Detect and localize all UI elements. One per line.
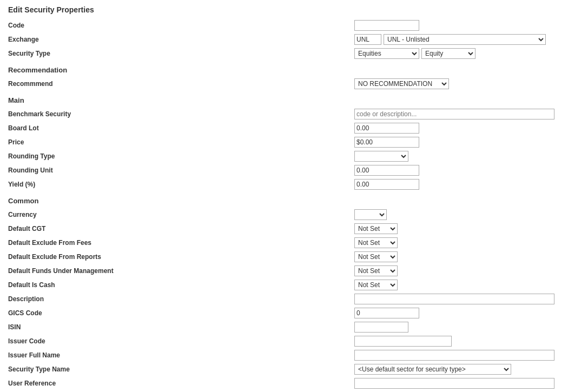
main-section-header: Main: [8, 95, 560, 105]
issuer-code-row: Issuer Code: [8, 335, 560, 347]
security-type-name-select[interactable]: <Use default sector for security type>: [354, 364, 511, 375]
recommendation-section-header: Recommendation: [8, 65, 560, 75]
default-is-cash-select[interactable]: Not Set: [354, 280, 398, 290]
boardlot-control: 0.00: [354, 123, 560, 134]
recommend-control: NO RECOMMENDATION: [354, 78, 560, 89]
issuer-full-name-row: Issuer Full Name: [8, 349, 560, 361]
isin-control: [354, 322, 560, 333]
default-funds-select[interactable]: Not Set: [354, 265, 398, 276]
issuer-code-input[interactable]: [354, 336, 452, 347]
rounding-unit-input[interactable]: 0.00: [354, 165, 419, 176]
rounding-type-label: Rounding Type: [8, 152, 354, 160]
code-row: Code: [8, 19, 560, 31]
exchange-label: Exchange: [8, 36, 354, 43]
default-exclude-fees-row: Default Exclude From Fees Not Set: [8, 237, 560, 249]
recommend-label: Recommmend: [8, 80, 354, 88]
exchange-control: UNL UNL - Unlisted: [354, 34, 560, 45]
default-exclude-reports-select[interactable]: Not Set: [354, 251, 398, 262]
code-label: Code: [8, 22, 354, 29]
boardlot-row: Board Lot 0.00: [8, 122, 560, 134]
default-is-cash-control: Not Set: [354, 280, 560, 290]
security-type-name-row: Security Type Name <Use default sector f…: [8, 363, 560, 375]
rounding-unit-label: Rounding Unit: [8, 167, 354, 174]
user-reference-control: [354, 378, 560, 389]
page-title: Edit Security Properties: [8, 5, 560, 14]
security-type-cat-select[interactable]: Equities: [354, 48, 419, 59]
exchange-select[interactable]: UNL - Unlisted: [384, 34, 546, 45]
default-exclude-fees-select[interactable]: Not Set: [354, 237, 398, 248]
price-input[interactable]: $0.00: [354, 137, 419, 148]
user-reference-row: User Reference: [8, 377, 560, 389]
benchmark-input[interactable]: [354, 109, 554, 119]
isin-input[interactable]: [354, 322, 408, 333]
default-cgt-control: Not Set: [354, 223, 560, 234]
default-exclude-fees-label: Default Exclude From Fees: [8, 239, 354, 247]
security-type-name-label: Security Type Name: [8, 366, 354, 373]
rounding-unit-control: 0.00: [354, 165, 560, 176]
default-cgt-select[interactable]: Not Set: [354, 223, 398, 234]
issuer-code-label: Issuer Code: [8, 337, 354, 345]
yield-input[interactable]: 0.00: [354, 179, 419, 190]
rounding-type-row: Rounding Type: [8, 150, 560, 162]
security-type-label: Security Type: [8, 50, 354, 57]
boardlot-label: Board Lot: [8, 124, 354, 132]
price-row: Price $0.00: [8, 136, 560, 148]
description-control: [354, 294, 560, 304]
issuer-code-control: [354, 336, 560, 347]
security-type-sub-select[interactable]: Equity: [421, 48, 475, 59]
issuer-full-name-control: [354, 350, 560, 361]
isin-row: ISIN: [8, 321, 560, 333]
rounding-type-select[interactable]: [354, 151, 408, 162]
exchange-row: Exchange UNL UNL - Unlisted: [8, 34, 560, 45]
price-label: Price: [8, 138, 354, 146]
code-control: [354, 20, 560, 31]
issuer-full-name-label: Issuer Full Name: [8, 351, 354, 359]
common-section-header: Common: [8, 196, 560, 206]
price-control: $0.00: [354, 137, 560, 148]
code-input[interactable]: [354, 20, 419, 31]
currency-control: [354, 209, 560, 220]
gics-label: GICS Code: [8, 309, 354, 317]
user-reference-label: User Reference: [8, 380, 354, 387]
benchmark-label: Benchmark Security: [8, 110, 354, 118]
gics-row: GICS Code 0: [8, 307, 560, 319]
issuer-full-name-input[interactable]: [354, 350, 554, 361]
default-funds-row: Default Funds Under Management Not Set: [8, 265, 560, 277]
boardlot-input[interactable]: 0.00: [354, 123, 419, 134]
default-cgt-row: Default CGT Not Set: [8, 223, 560, 235]
currency-row: Currency: [8, 209, 560, 221]
yield-row: Yield (%) 0.00: [8, 178, 560, 190]
gics-control: 0: [354, 308, 560, 318]
description-row: Description: [8, 293, 560, 305]
default-exclude-reports-control: Not Set: [354, 251, 560, 262]
default-exclude-reports-row: Default Exclude From Reports Not Set: [8, 251, 560, 263]
security-type-row: Security Type Equities Equity: [8, 48, 560, 59]
default-cgt-label: Default CGT: [8, 225, 354, 232]
default-is-cash-label: Default Is Cash: [8, 281, 354, 289]
recommend-row: Recommmend NO RECOMMENDATION: [8, 78, 560, 90]
default-is-cash-row: Default Is Cash Not Set: [8, 279, 560, 291]
isin-label: ISIN: [8, 323, 354, 331]
yield-label: Yield (%): [8, 181, 354, 188]
rounding-type-control: [354, 151, 560, 162]
security-type-control: Equities Equity: [354, 48, 560, 59]
yield-control: 0.00: [354, 179, 560, 190]
rounding-unit-row: Rounding Unit 0.00: [8, 164, 560, 176]
currency-label: Currency: [8, 211, 354, 218]
default-exclude-reports-label: Default Exclude From Reports: [8, 253, 354, 261]
default-exclude-fees-control: Not Set: [354, 237, 560, 248]
user-reference-input[interactable]: [354, 378, 554, 389]
default-funds-label: Default Funds Under Management: [8, 267, 354, 275]
security-type-name-control: <Use default sector for security type>: [354, 364, 560, 375]
benchmark-control: [354, 109, 560, 119]
gics-input[interactable]: 0: [354, 308, 419, 318]
exchange-code-input[interactable]: UNL: [354, 34, 381, 45]
benchmark-row: Benchmark Security: [8, 108, 560, 120]
default-funds-control: Not Set: [354, 265, 560, 276]
currency-select[interactable]: [354, 209, 387, 220]
description-input[interactable]: [354, 294, 554, 304]
description-label: Description: [8, 295, 354, 303]
recommend-select[interactable]: NO RECOMMENDATION: [354, 78, 449, 89]
